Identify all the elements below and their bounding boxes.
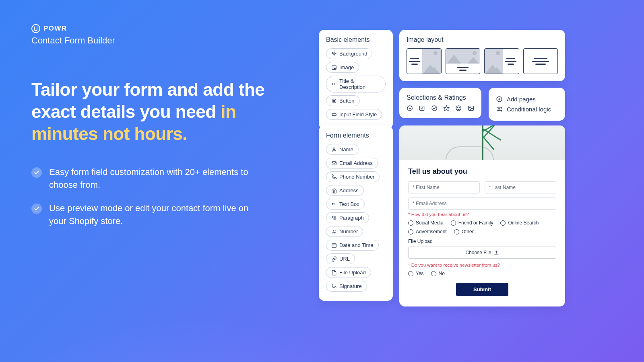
bullet-item: Easy form field customization with 20+ e… — [31, 166, 257, 191]
conditional-logic-button[interactable]: Conditional logic — [496, 104, 558, 114]
form-title: Tell us about you — [408, 167, 556, 176]
svg-point-29 — [469, 107, 470, 108]
brand-logo: POWR — [31, 24, 67, 33]
svg-point-23 — [432, 106, 437, 111]
card-title: Basic elements — [326, 36, 386, 43]
brand-name: POWR — [43, 25, 67, 33]
element-title-description[interactable]: TT Title & Description — [326, 76, 386, 93]
pill-label: Input Field Style — [339, 111, 377, 117]
newsletter-label: * Do you want to receive newsletter from… — [408, 263, 556, 267]
svg-rect-6 — [332, 113, 336, 115]
basic-elements-card: Basic elements Background Image TT Title… — [319, 30, 393, 129]
pill-label: Paragraph — [339, 215, 364, 221]
layout-option-right-text[interactable] — [484, 48, 519, 74]
form-hero-image — [399, 125, 565, 160]
bullet-item: Use preview mode or edit your contact fo… — [31, 202, 257, 228]
pill-label: Address — [339, 187, 359, 193]
dropdown-icon[interactable] — [407, 105, 413, 112]
email-input[interactable]: * Email Address — [408, 197, 556, 210]
image-layout-card: Image layout — [399, 30, 565, 81]
last-name-input[interactable]: * Last Name — [485, 181, 556, 193]
submit-button[interactable]: Submit — [456, 283, 508, 296]
element-file-upload[interactable]: File Upload — [326, 267, 371, 278]
pill-label: Name — [339, 146, 353, 152]
pill-label: Phone Number — [339, 174, 374, 180]
pill-label: Title & Description — [339, 78, 380, 90]
svg-text:T: T — [334, 83, 336, 85]
element-paragraph[interactable]: Paragraph — [326, 212, 369, 223]
element-input-style[interactable]: Input Field Style — [326, 109, 382, 120]
check-icon — [31, 204, 42, 214]
element-button[interactable]: Button — [326, 95, 360, 106]
layout-option-text-only[interactable] — [523, 48, 558, 74]
element-image[interactable]: Image — [326, 62, 359, 73]
pill-label: Date and Time — [339, 242, 374, 248]
pill-label: Button — [339, 98, 355, 104]
pill-label: Signature — [339, 283, 362, 289]
pill-label: URL — [339, 256, 350, 262]
svg-point-25 — [456, 106, 461, 111]
pages-label: Add pages — [507, 96, 536, 103]
layout-option-left-text[interactable] — [407, 48, 442, 74]
pill-label: Email Address — [339, 160, 373, 166]
image-select-icon[interactable] — [468, 105, 474, 112]
svg-text:T: T — [332, 82, 334, 86]
layout-option-top-image[interactable] — [446, 48, 481, 74]
element-background[interactable]: Background — [326, 48, 372, 59]
card-title: Selections & Ratings — [407, 94, 474, 101]
star-icon[interactable] — [443, 105, 450, 112]
element-address[interactable]: Address — [326, 185, 364, 196]
svg-line-15 — [335, 230, 335, 233]
svg-text:T: T — [334, 203, 336, 206]
pill-label: Background — [339, 51, 367, 57]
product-name: Contact Form Builder — [31, 35, 115, 46]
powr-logo-icon — [31, 24, 40, 33]
add-pages-button[interactable]: Add pages — [496, 94, 558, 104]
form-preview-card: Tell us about you * First Name * Last Na… — [399, 125, 565, 306]
card-title: Form elements — [326, 132, 386, 139]
pill-label: Number — [339, 228, 358, 234]
emoji-icon[interactable] — [455, 105, 462, 112]
svg-marker-24 — [444, 105, 449, 111]
checkbox-icon[interactable] — [419, 105, 425, 112]
pages-label: Conditional logic — [507, 106, 551, 113]
bullet-text: Easy form field customization with 20+ e… — [49, 166, 257, 191]
hear-about-label: * How did you hear about us? — [408, 212, 556, 217]
svg-rect-22 — [420, 106, 424, 111]
card-title: Image layout — [407, 36, 558, 43]
bullet-text: Use preview mode or edit your contact fo… — [49, 202, 257, 228]
element-textbox[interactable]: TTText Box — [326, 199, 365, 210]
svg-point-26 — [458, 107, 458, 108]
radio-friend-family[interactable]: Friend or Family — [451, 220, 493, 226]
element-signature[interactable]: Signature — [326, 281, 367, 292]
radio-icon[interactable] — [431, 105, 438, 112]
pages-card: Add pages Conditional logic — [489, 88, 565, 121]
feature-bullets: Easy form field customization with 20+ e… — [31, 166, 257, 238]
element-name[interactable]: Name — [326, 144, 359, 155]
radio-advertisement[interactable]: Advertisement — [408, 229, 447, 234]
svg-point-8 — [333, 148, 335, 150]
pill-label: Image — [339, 64, 354, 70]
radio-no[interactable]: No — [431, 271, 445, 276]
element-datetime[interactable]: Date and Time — [326, 240, 379, 251]
check-icon — [31, 167, 42, 178]
element-number[interactable]: Number — [326, 226, 363, 237]
svg-line-14 — [333, 230, 333, 233]
choose-file-button[interactable]: Choose File — [408, 247, 556, 259]
headline: Tailor your form and add the exact detai… — [31, 78, 281, 145]
svg-point-27 — [459, 107, 460, 108]
form-elements-card: Form elements Name Email Address Phone N… — [319, 125, 393, 301]
element-email[interactable]: Email Address — [326, 158, 378, 169]
svg-point-20 — [332, 284, 332, 285]
radio-yes[interactable]: Yes — [408, 271, 424, 276]
radio-other[interactable]: Other — [454, 229, 474, 234]
first-name-input[interactable]: * First Name — [408, 181, 480, 193]
element-url[interactable]: URL — [326, 253, 355, 264]
selections-ratings-card: Selections & Ratings — [399, 88, 481, 118]
radio-social-media[interactable]: Social Media — [408, 220, 444, 226]
svg-rect-16 — [332, 243, 336, 247]
element-phone[interactable]: Phone Number — [326, 171, 380, 182]
radio-online-search[interactable]: Online Search — [500, 220, 539, 226]
svg-point-1 — [333, 66, 334, 67]
upload-icon — [494, 250, 499, 255]
